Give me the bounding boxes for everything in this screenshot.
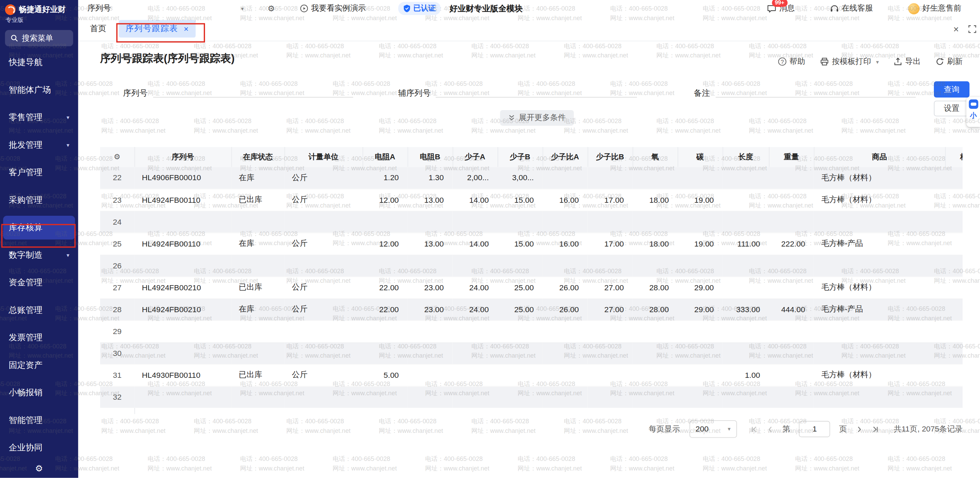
column-header-1[interactable]: 在库状态 [231,147,284,167]
sidebar-item-label: 智能体广场 [9,84,51,96]
table-cell [945,298,963,320]
certified-badge[interactable]: 已认证 [398,2,441,15]
table-row[interactable]: 31HL4930FB00110已出库公斤5.001.00毛方棒（材料） [100,364,963,386]
sidebar-item-13[interactable]: 智能管理 [0,406,78,434]
column-header-2[interactable]: 计量单位 [284,147,363,167]
sidebar-item-1[interactable]: 智能体广场 [0,76,78,104]
menu-search-input[interactable]: 搜索菜单 [5,30,73,46]
table-row[interactable]: 28HL4924FB00210在库公斤22.0023.0024.0025.002… [100,298,963,320]
table-row[interactable]: 29 [100,320,963,342]
sidebar-item-4[interactable]: 客户管理 [0,159,78,186]
table-cell: 16.00 [542,233,588,254]
column-header-7[interactable]: 少子比A [542,147,588,167]
column-header-0[interactable]: 序列号 [134,147,231,167]
remark-filter-input[interactable] [716,81,916,98]
sidebar-item-5[interactable]: 采购管理 [0,186,78,214]
serial-filter-input[interactable] [153,81,353,98]
table-cell: 在库 [231,233,284,254]
table-cell [678,210,723,233]
table-cell: 29.00 [678,298,723,320]
last-page-button[interactable] [871,426,878,433]
column-header-9[interactable]: 氧 [633,147,678,167]
sidebar-item-0[interactable]: 快捷导航 [0,49,78,76]
close-icon[interactable]: × [953,24,959,33]
column-settings-button[interactable]: ⚙ [100,147,135,167]
column-header-13[interactable]: 商品 [814,147,945,167]
print-by-template-button[interactable]: 按模板打印 ▾ [820,56,879,67]
sidebar-item-6[interactable]: 库存核算 [3,216,75,240]
table-cell [633,364,678,386]
table-cell [498,364,542,386]
first-page-button[interactable] [751,426,758,433]
column-header-14[interactable]: 格 [945,147,963,167]
sidebar-item-label: 采购管理 [9,194,43,206]
double-chevron-down-icon [508,115,515,121]
tab-home[interactable]: 首页 [90,23,106,35]
sidebar-item-3[interactable]: 批发管理▾ [0,131,78,159]
column-header-10[interactable]: 碳 [678,147,723,167]
export-button[interactable]: 导出 [894,56,921,67]
table-row[interactable]: 27HL4924FB00210已出库公斤22.0023.0024.0025.00… [100,277,963,298]
column-header-12[interactable]: 重量 [769,147,814,167]
fullscreen-icon[interactable] [968,25,977,33]
table-row[interactable]: 26 [100,255,963,277]
sidebar-item-label: 企业协同 [9,442,43,453]
sidebar-item-8[interactable]: 资金管理 [0,269,78,296]
messages-button[interactable]: 消息 99+ [767,3,795,14]
table-cell [134,320,231,342]
table-cell [231,342,284,364]
table-cell [678,386,723,408]
table-row[interactable]: 32 [100,386,963,408]
headset-icon [830,5,838,13]
close-icon[interactable]: × [184,24,189,33]
aux-serial-filter-input[interactable] [436,81,637,98]
column-header-3[interactable]: 电阻A [363,147,408,167]
account-selector[interactable]: 序列号 ▾ [88,3,243,14]
table-row[interactable]: 22HL4906FB00010在库公斤1.201.302,00...3,00..… [100,167,963,189]
row-number: 31 [100,364,135,386]
sidebar-item-2[interactable]: 零售管理▾ [0,104,78,131]
per-page-select[interactable]: 200 ▾ [689,420,737,438]
column-header-11[interactable]: 长度 [723,147,769,167]
table-cell [498,320,542,342]
table-row[interactable]: 23HL4924FB00110已出库公斤12.0013.0014.0015.00… [100,189,963,210]
tab-serial-tracking[interactable]: 序列号跟踪表 × [119,20,196,38]
refresh-button[interactable]: 刷新 [935,56,963,67]
user-label: 好生意售前 [922,3,961,14]
topbar-settings-button[interactable]: ⚙ [267,4,275,13]
avatar [908,3,919,14]
settings-button[interactable]: 设置 [934,101,969,116]
table-cell: HL4906FB00010 [134,167,231,189]
column-header-5[interactable]: 少子A [452,147,498,167]
table-cell [134,342,231,364]
column-header-8[interactable]: 少子比B [588,147,633,167]
sidebar-item-14[interactable]: 企业协同 [0,434,78,462]
demo-link[interactable]: 我要看实例演示 [300,3,366,14]
filter-label-aux-serial: 辅序列号 [398,88,431,99]
page-number-input[interactable] [799,421,830,437]
table-cell [452,255,498,277]
table-row[interactable]: 24 [100,210,963,233]
online-support-button[interactable]: 在线客服 [830,3,873,14]
row-number: 26 [100,255,135,277]
help-button[interactable]: ? 帮助 [778,56,805,67]
sidebar-item-10[interactable]: 发票管理 [0,324,78,352]
table-row[interactable]: 30 [100,342,963,364]
prev-page-button[interactable] [767,426,773,433]
table-row[interactable]: 25HL4924FB00110在库公斤12.0013.0014.0015.001… [100,233,963,254]
chevron-down-icon: ▾ [67,142,69,148]
sidebar-item-9[interactable]: 总账管理 [0,296,78,324]
user-menu[interactable]: 好生意售前 [908,3,961,14]
column-header-4[interactable]: 电阻B [408,147,453,167]
assistant-widget[interactable]: 小 [966,97,980,127]
sidebar-item-12[interactable]: 小畅报销 [0,379,78,406]
column-header-6[interactable]: 少子B [498,147,542,167]
next-page-button[interactable] [856,426,862,433]
sidebar-item-11[interactable]: 固定资产 [0,352,78,379]
expand-more-button[interactable]: 展开更多条件 [500,110,574,126]
sidebar-item-7[interactable]: 数字制造▾ [0,241,78,269]
query-button[interactable]: 查询 [934,81,969,98]
sidebar-settings-button[interactable]: ⚙ [0,459,78,478]
table-cell: 3,00... [498,167,542,189]
expand-more-label: 展开更多条件 [519,113,565,123]
